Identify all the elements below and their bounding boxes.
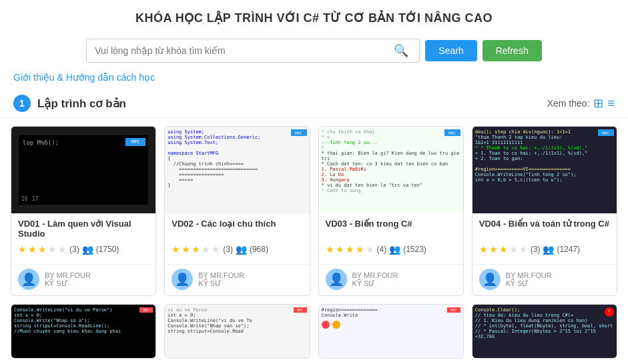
rating-count: (4) — [377, 245, 387, 254]
rating-count: (3) — [531, 245, 541, 254]
course-card-vd04[interactable]: deu(); step chia div(nguoc): 1<1=1 "thua… — [472, 126, 617, 296]
section-header: 1 Lập trình cơ bản Xem theo: ⊞ ≡ — [0, 89, 628, 118]
bottom-card-vd06[interactable]: vi du ve Parse int a = 0; Console.WriteL… — [164, 304, 310, 359]
intro-link[interactable]: Giới thiệu & Hướng dẫn cách học — [13, 72, 155, 83]
author-by: BY MR.FOUR — [506, 271, 552, 279]
enroll-icon: 👥 — [236, 244, 247, 255]
enroll-count: (1523) — [403, 245, 426, 254]
author-role: KỸ SƯ — [506, 279, 552, 288]
author-by: BY MR.FOUR — [352, 271, 398, 279]
page-header: KHÓA HỌC LẬP TRÌNH VỚI C# TỪ CƠ BẢN TỚI … — [0, 0, 628, 32]
page-wrapper: KHÓA HỌC LẬP TRÌNH VỚI C# TỪ CƠ BẢN TỚI … — [0, 0, 628, 364]
author-role: KỸ SƯ — [352, 279, 398, 288]
course-title: VD01 - Làm quen với Visual Studio — [18, 219, 149, 240]
star-rating: ★★★★★ — [172, 244, 220, 255]
bottom-card-vd05[interactable]: Console.WriteLine("vi du ve Parse") int … — [11, 304, 156, 359]
refresh-button[interactable]: Refresh — [483, 40, 542, 61]
course-title: VD04 - Biến và toán tử trong C# — [479, 219, 610, 240]
author-role: KỸ SƯ — [198, 279, 244, 288]
rating-count: (3) — [69, 245, 79, 254]
course-card-vd03[interactable]: * chu thich ca khai * = ---Tinh tong 2 s… — [318, 126, 464, 296]
course-card-vd01[interactable]: lop M%6(); 16 17 MPC VD01 - Làm quen với… — [11, 126, 156, 296]
enroll-count: (968) — [250, 245, 268, 254]
list-view-icon[interactable]: ≡ — [607, 97, 615, 111]
course-title: VD03 - Biến trong C# — [326, 219, 456, 240]
section-right: Xem theo: ⊞ ≡ — [547, 96, 615, 111]
enroll-icon: 👥 — [543, 244, 554, 255]
bottom-card-vd07[interactable]: #region============= Console.Write MPC — [318, 304, 464, 359]
enroll-count: (1247) — [557, 245, 580, 254]
enroll-icon: 👥 — [389, 244, 400, 255]
section-title: Lập trình cơ bản — [37, 97, 126, 111]
card-author: 👤BY MR.FOURKỸ SƯ — [165, 264, 309, 295]
card-author: 👤BY MR.FOURKỸ SƯ — [473, 264, 617, 295]
star-rating: ★★★★★ — [479, 244, 528, 255]
bottom-card-vd08[interactable]: Console.Clear(); // tieu de: kieu du lie… — [472, 304, 617, 359]
avatar: 👤 — [18, 269, 39, 290]
view-label: Xem theo: — [547, 98, 590, 109]
enroll-icon: 👥 — [82, 244, 93, 255]
search-input[interactable] — [95, 45, 391, 56]
author-role: KỸ SƯ — [45, 279, 91, 288]
star-rating: ★★★★★ — [326, 244, 374, 255]
card-author: 👤BY MR.FOURKỸ SƯ — [11, 264, 155, 295]
search-input-wrap: 🔍 — [86, 39, 420, 63]
avatar: 👤 — [326, 269, 347, 290]
course-card-vd02[interactable]: using System; using System.Collections.G… — [164, 126, 310, 296]
author-by: BY MR.FOUR — [45, 271, 91, 279]
grid-view-icon[interactable]: ⊞ — [593, 96, 603, 111]
section-number: 1 — [13, 95, 31, 112]
nav-link-area: Giới thiệu & Hướng dẫn cách học — [0, 69, 628, 89]
avatar: 👤 — [172, 269, 193, 290]
course-title: VD02 - Các loại chú thích — [172, 219, 302, 240]
search-bar: 🔍 Searh Refresh — [13, 39, 615, 63]
section-left: 1 Lập trình cơ bản — [13, 95, 126, 112]
card-author: 👤BY MR.FOURKỸ SƯ — [319, 264, 463, 295]
star-rating: ★★★★★ — [18, 244, 67, 255]
page-title: KHÓA HỌC LẬP TRÌNH VỚI C# TỪ CƠ BẢN TỚI … — [13, 11, 615, 25]
rating-count: (3) — [223, 245, 233, 254]
author-by: BY MR.FOUR — [198, 271, 244, 279]
avatar: 👤 — [479, 269, 501, 290]
search-button[interactable]: Searh — [425, 40, 477, 61]
courses-grid: lop M%6(); 16 17 MPC VD01 - Làm quen với… — [0, 126, 628, 304]
search-icon-button[interactable]: 🔍 — [391, 43, 411, 58]
enroll-count: (1750) — [96, 245, 119, 254]
bottom-cards-grid: Console.WriteLine("vi du ve Parse") int … — [0, 304, 628, 364]
